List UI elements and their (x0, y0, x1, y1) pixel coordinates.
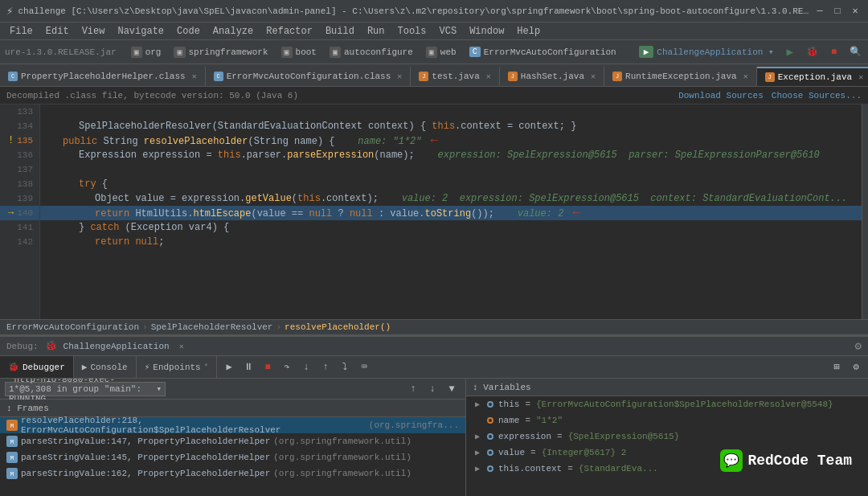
tab-endpoints[interactable]: ⚡ Endpoints * (137, 356, 217, 378)
close-tab-hashset[interactable]: ✕ (591, 72, 596, 81)
menu-analyze[interactable]: Analyze (207, 23, 260, 39)
menu-code[interactable]: Code (170, 23, 207, 39)
expand-name[interactable] (473, 416, 482, 425)
wechat-icon: 💬 (720, 449, 743, 472)
var-this[interactable]: ▶ this = {ErrorMvcAutoConfiguration$Spel… (466, 396, 868, 412)
toolbar-web[interactable]: ▣web (421, 43, 461, 61)
tab-hashset[interactable]: J HashSet.java ✕ (500, 67, 604, 86)
download-sources-link[interactable]: Download Sources (678, 91, 764, 100)
line-138: 138 (0, 177, 39, 191)
frame-icon-1: M (6, 436, 18, 447)
tab-property-placeholder[interactable]: C PropertyPlaceholderHelper.class ✕ (0, 67, 206, 86)
expand-expression[interactable]: ▶ (473, 432, 482, 441)
menu-build[interactable]: Build (319, 23, 361, 39)
frame-item-0[interactable]: M resolvePlaceholder:218, ErrorMvcAutoCo… (0, 417, 465, 433)
breadcrumb-resolver: SpelPlaceholderResolver (151, 322, 273, 332)
watermark-text: RedCode Team (747, 453, 852, 469)
frame-item-2[interactable]: M parseStringValue:145, PropertyPlacehol… (0, 449, 465, 465)
tab-runtimeexception[interactable]: J RuntimeException.java ✕ (604, 67, 757, 86)
menu-file[interactable]: File (3, 23, 39, 39)
line-141: 141 (0, 220, 39, 235)
stop-button[interactable]: ■ (826, 43, 841, 61)
run-to-cursor-btn[interactable]: ⤵ (336, 359, 354, 376)
resume-btn[interactable]: ▶ (220, 359, 238, 376)
frames-header: ↕ Frames (0, 400, 465, 417)
choose-sources-link[interactable]: Choose Sources... (772, 91, 862, 100)
menu-run[interactable]: Run (361, 23, 391, 39)
run-button[interactable]: ▶ (782, 43, 798, 61)
breadcrumb-method: resolvePlaceholder() (285, 322, 391, 332)
tab-test[interactable]: J test.java ✕ (411, 67, 499, 86)
restore-layout-btn[interactable]: ⊞ (828, 359, 845, 376)
endpoints-icon: ⚡ (145, 362, 150, 372)
close-tab-test[interactable]: ✕ (486, 72, 491, 81)
step-over-btn[interactable]: ↷ (278, 359, 296, 376)
debug-button[interactable]: 🐞 (801, 43, 823, 61)
code-line-138: try { (40, 177, 868, 191)
menu-tools[interactable]: Tools (391, 23, 433, 39)
pause-btn[interactable]: ⏸ (240, 359, 257, 376)
close-tab-errormvc[interactable]: ✕ (397, 72, 402, 81)
close-button[interactable]: ✕ (849, 5, 862, 18)
var-icon-expression (485, 432, 495, 441)
toolbar-errormvc[interactable]: CErrorMvcAutoConfiguration (465, 43, 621, 61)
menu-window[interactable]: Window (463, 23, 510, 39)
menu-navigate[interactable]: Navigate (111, 23, 170, 39)
var-icon-context (485, 464, 495, 473)
expand-value[interactable]: ▶ (473, 448, 482, 457)
toolbar-org[interactable]: ▣org (126, 43, 166, 61)
step-into-btn[interactable]: ↓ (297, 359, 315, 376)
line-135: ! 135 (0, 133, 39, 148)
close-tab-exception[interactable]: ✕ (858, 72, 863, 82)
thread-filter-btn[interactable]: ▼ (443, 380, 461, 398)
line-140: → 140 (0, 206, 39, 220)
frame-icon-3: M (6, 468, 18, 479)
close-tab-property[interactable]: ✕ (192, 72, 197, 81)
annotation-arrow-2: ← (573, 206, 581, 220)
var-expression[interactable]: ▶ expression = {SpelExpression@5615} (466, 428, 868, 445)
minimize-button[interactable]: ─ (813, 5, 826, 18)
search-button[interactable]: 🔍 (845, 43, 866, 61)
toolbar-boot[interactable]: ▣boot (276, 43, 321, 61)
debug-arrow-135: ! (8, 133, 14, 148)
window-title: challenge [C:\Users\z\Desktop\java\SpEL\… (18, 6, 813, 16)
decompile-info: Decompiled .class file, bytecode version… (6, 91, 298, 100)
toolbar-springframework[interactable]: ▣springframework (169, 43, 272, 61)
frame-item-1[interactable]: M parseStringValue:147, PropertyPlacehol… (0, 433, 465, 449)
tab-debugger[interactable]: 🐞 Debugger (0, 356, 74, 378)
step-out-btn[interactable]: ↑ (317, 359, 334, 376)
scrollbar-vertical[interactable] (862, 105, 868, 319)
eval-expr-btn[interactable]: ⌨ (355, 359, 373, 376)
menu-edit[interactable]: Edit (39, 23, 76, 39)
toolbar-autoconfigure[interactable]: ▣autoconfigure (325, 43, 418, 61)
thread-up-btn[interactable]: ↑ (404, 380, 422, 398)
toolbar-app-run[interactable]: ▶ChallengeApplication ▾ (634, 43, 779, 61)
thread-selector[interactable]: *http-nio-8080-exec-1*@5,308 in group "m… (5, 382, 166, 396)
expand-context[interactable]: ▶ (473, 464, 482, 473)
expand-this[interactable]: ▶ (473, 400, 482, 409)
debug-settings-btn[interactable]: ⚙ (855, 339, 862, 353)
tab-console[interactable]: ▶ Console (74, 356, 137, 378)
menu-vcs[interactable]: VCS (433, 23, 464, 39)
info-bar: Decompiled .class file, bytecode version… (0, 87, 868, 105)
thread-down-btn[interactable]: ↓ (424, 380, 441, 398)
menu-help[interactable]: Help (510, 23, 547, 39)
menu-refactor[interactable]: Refactor (260, 23, 319, 39)
code-editor[interactable]: SpelPlaceholderResolver(StandardEvaluati… (40, 105, 868, 319)
stop-debug-btn[interactable]: ■ (259, 359, 276, 376)
code-line-134: SpelPlaceholderResolver(StandardEvaluati… (40, 119, 868, 133)
frame-item-3[interactable]: M parseStringValue:162, PropertyPlacehol… (0, 465, 465, 482)
close-debug-tab[interactable]: ✕ (179, 342, 184, 351)
tab-errormvc[interactable]: C ErrorMvcAutoConfiguration.class ✕ (206, 67, 411, 86)
var-name[interactable]: name = "1*2" (466, 412, 868, 428)
maximize-button[interactable]: □ (831, 5, 844, 18)
debug-label: Debug: (6, 342, 39, 351)
tab-exception[interactable]: J Exception.java ✕ (757, 67, 868, 86)
frame-method-0: resolvePlaceholder:218, ErrorMvcAutoConf… (21, 416, 366, 435)
frames-label: ↕ Frames (6, 404, 49, 413)
settings-debug-btn[interactable]: ⚙ (847, 359, 865, 376)
close-tab-runtime[interactable]: ✕ (743, 72, 748, 81)
menu-bar: File Edit View Navigate Code Analyze Ref… (0, 23, 868, 40)
menu-view[interactable]: View (76, 23, 112, 39)
line-gutter: 133 134 ! 135 136 137 138 139 → 140 141 … (0, 105, 40, 319)
